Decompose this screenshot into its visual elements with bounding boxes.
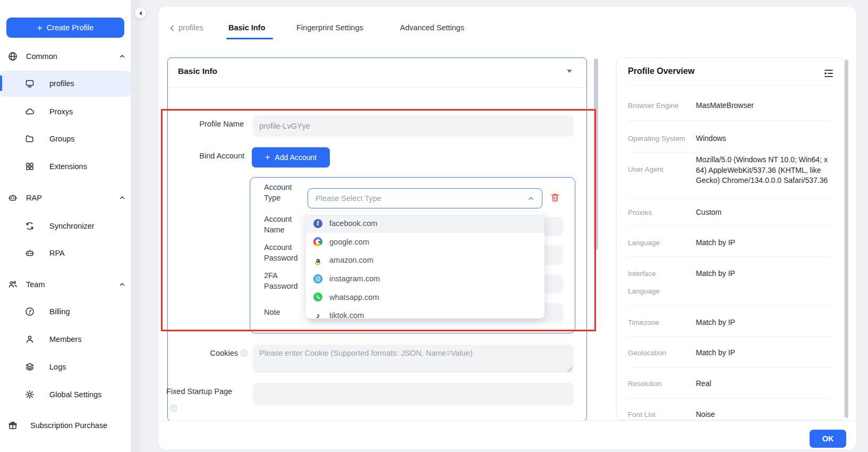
- sidebar-item-global-settings[interactable]: Global Settings: [0, 385, 131, 404]
- account-type-dropdown: f facebook.com google.com a amazon.com i…: [306, 212, 544, 319]
- create-profile-label: Create Profile: [47, 23, 94, 32]
- sidebar-item-synchronizer[interactable]: Synchronizer: [0, 216, 131, 236]
- robot-icon: [25, 248, 35, 258]
- sidebar-group-rap-label: RAP: [26, 194, 42, 202]
- bind-account-label: Bind Account: [167, 152, 244, 160]
- layers-icon: [25, 362, 35, 372]
- create-profile-button[interactable]: + Create Profile: [6, 18, 124, 38]
- dropdown-option-label: tiktok.com: [329, 311, 364, 319]
- dropdown-option-label: whatsapp.com: [329, 293, 379, 302]
- overview-row-label: Browser Engine: [628, 101, 687, 111]
- account-type-label: Account Type: [264, 182, 307, 203]
- footer-bar: [158, 421, 856, 449]
- dropdown-option-google[interactable]: google.com: [306, 233, 544, 252]
- dropdown-option-amazon[interactable]: a amazon.com: [306, 251, 544, 270]
- breadcrumb[interactable]: profiles: [178, 23, 203, 32]
- sidebar-divider: [131, 0, 140, 452]
- cookies-help-icon[interactable]: ?: [241, 349, 248, 356]
- sidebar: + Create Profile Common profiles Proxys: [0, 0, 131, 452]
- dropdown-option-instagram[interactable]: instagram.com: [306, 270, 544, 288]
- sidebar-item-subscription[interactable]: Subscription Purchase: [0, 416, 131, 435]
- fixed-startup-help-icon[interactable]: ?: [170, 405, 177, 412]
- add-account-button[interactable]: + Add Account: [252, 147, 330, 168]
- plus-icon: +: [265, 153, 270, 162]
- dropdown-option-facebook[interactable]: f facebook.com: [306, 214, 544, 233]
- account-type-select[interactable]: Please Select Type: [308, 188, 542, 208]
- dropdown-option-whatsapp[interactable]: whatsapp.com: [306, 288, 544, 306]
- note-label: Note: [264, 307, 307, 317]
- sidebar-group-team[interactable]: Team: [0, 275, 131, 294]
- sidebar-item-proxys[interactable]: Proxys: [0, 102, 131, 121]
- facebook-icon: f: [313, 219, 322, 228]
- overview-row-value: Match by IP: [696, 238, 838, 248]
- overview-divider: [628, 336, 832, 337]
- sidebar-item-logs[interactable]: Logs: [0, 357, 131, 376]
- overview-row-value: MasMateBrowser: [696, 101, 838, 111]
- whatsapp-icon: [313, 292, 322, 302]
- tab-advanced-settings[interactable]: Advanced Settings: [400, 23, 464, 32]
- overview-row-label: Language: [628, 238, 687, 248]
- ok-button[interactable]: OK: [810, 430, 846, 448]
- sidebar-group-common-label: Common: [26, 52, 57, 61]
- chevron-up-icon: [119, 281, 125, 288]
- instagram-icon: [313, 274, 322, 283]
- sidebar-item-extensions[interactable]: Extensions: [0, 157, 131, 176]
- sidebar-item-billing[interactable]: Billing: [0, 302, 131, 321]
- dropdown-option-label: amazon.com: [329, 256, 373, 264]
- sidebar-group-rap[interactable]: RAP: [0, 188, 131, 207]
- profile-overview-title: Profile Overview: [628, 66, 694, 76]
- account-type-placeholder: Please Select Type: [316, 194, 381, 203]
- textarea-resize-handle[interactable]: [567, 367, 572, 372]
- overview-row-value: Custom: [696, 207, 838, 218]
- dropdown-option-tiktok[interactable]: ♪ tiktok.com: [306, 306, 544, 319]
- overview-row-label: Geolocation: [628, 348, 687, 358]
- overview-divider: [628, 306, 832, 306]
- section-divider: [168, 87, 585, 88]
- fixed-startup-page-input[interactable]: [253, 383, 574, 405]
- overview-scrollbar[interactable]: [845, 60, 848, 418]
- gauge-icon: [25, 307, 35, 316]
- chevron-left-icon[interactable]: [169, 25, 175, 31]
- account-name-label: Account Name: [264, 214, 307, 235]
- collapse-overview-icon[interactable]: [824, 69, 833, 78]
- sidebar-item-billing-label: Billing: [49, 307, 70, 316]
- cookies-textarea[interactable]: [253, 345, 574, 373]
- profile-name-input[interactable]: [253, 115, 574, 137]
- overview-row-value: Match by IP: [696, 269, 838, 279]
- tab-fingerprint-settings[interactable]: Fingerprint Settings: [296, 23, 363, 32]
- sidebar-item-profiles[interactable]: profiles: [0, 74, 131, 93]
- sidebar-item-groups[interactable]: Groups: [0, 129, 131, 148]
- chevron-up-icon: [527, 195, 534, 202]
- chevron-up-icon: [119, 53, 125, 60]
- person-icon: [25, 334, 35, 344]
- sidebar-item-rpa[interactable]: RPA: [0, 244, 131, 263]
- sidebar-item-extensions-label: Extensions: [49, 162, 87, 171]
- active-tab-underline: [226, 38, 273, 39]
- sidebar-item-members[interactable]: Members: [0, 330, 131, 349]
- globe-icon: [8, 52, 18, 61]
- robot-icon: [8, 193, 18, 203]
- sidebar-group-team-label: Team: [26, 280, 45, 289]
- overview-row-label: User Agent: [628, 164, 687, 174]
- section-collapse-caret-icon[interactable]: [567, 70, 572, 73]
- sidebar-item-members-label: Members: [49, 335, 81, 344]
- team-icon: [8, 280, 18, 289]
- sidebar-item-groups-label: Groups: [49, 135, 75, 143]
- tab-basic-info[interactable]: Basic Info: [228, 23, 265, 32]
- overview-row-value: Windows: [696, 133, 838, 144]
- sidebar-item-logs-label: Logs: [49, 363, 66, 371]
- overview-divider: [628, 398, 832, 399]
- gear-icon: [25, 390, 35, 399]
- sidebar-item-subscription-label: Subscription Purchase: [30, 421, 107, 430]
- sidebar-collapse-button[interactable]: [135, 7, 146, 19]
- folder-icon: [25, 134, 35, 144]
- overview-row-value: Real: [696, 379, 838, 389]
- overview-divider: [628, 85, 832, 86]
- overview-divider: [628, 367, 832, 368]
- delete-account-icon[interactable]: [550, 192, 560, 203]
- content-scrollbar[interactable]: [594, 58, 598, 250]
- sidebar-group-common[interactable]: Common: [0, 47, 131, 66]
- overview-row-value: Match by IP: [696, 317, 838, 328]
- overview-row-value: Match by IP: [696, 348, 838, 358]
- amazon-icon: a: [313, 256, 322, 265]
